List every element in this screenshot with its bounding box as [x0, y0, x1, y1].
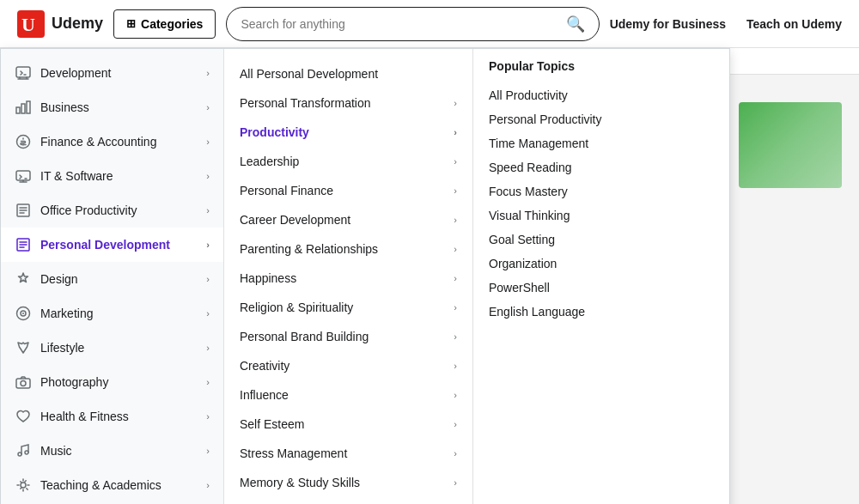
menu-left-inner: IT & Software [15, 167, 113, 185]
menu-icon-finance [15, 133, 32, 150]
menu-left-inner: Business [15, 99, 89, 116]
svg-rect-9 [17, 239, 29, 241]
chevron-icon: › [206, 102, 210, 112]
svg-rect-5 [27, 101, 30, 113]
menu-left-item-business[interactable]: Business › [1, 90, 223, 124]
menu-mid-item-personal-transform[interactable]: Personal Transformation › [224, 88, 472, 118]
menu-icon-development [15, 64, 32, 82]
search-button[interactable]: 🔍 [566, 15, 585, 33]
chevron-icon: › [206, 240, 210, 241]
logo-text: Udemy [52, 15, 103, 33]
menu-icon-office [15, 202, 32, 219]
udemy-business-link[interactable]: Udemy for Business [610, 17, 726, 31]
popular-item[interactable]: Personal Productivity [489, 107, 647, 131]
menu-left-label-it: IT & Software [40, 169, 113, 183]
logo: U Udemy [17, 10, 103, 38]
svg-rect-3 [16, 107, 20, 113]
menu-mid-item-parenting[interactable]: Parenting & Relationships › [224, 234, 472, 241]
chevron-icon: › [206, 137, 210, 147]
menu-mid-label-all-personal: All Personal Development [240, 67, 378, 81]
menu-mid-item-all-personal[interactable]: All Personal Development [224, 59, 472, 88]
menu-left-label-finance: Finance & Accounting [40, 135, 156, 149]
mid-chevron-icon: › [454, 185, 457, 196]
svg-text:U: U [21, 14, 35, 35]
svg-rect-4 [21, 104, 25, 113]
search-bar: 🔍 [226, 7, 599, 41]
menu-left-inner: Development [15, 64, 112, 82]
banner-image [739, 102, 842, 188]
menu-icon-personal-dev [15, 236, 32, 241]
menu-mid-item-productivity[interactable]: Productivity › [224, 118, 472, 147]
header-links: Udemy for Business Teach on Udemy [610, 17, 842, 31]
menu-col-left: Development › Business › Finance & Accou… [1, 49, 224, 241]
mid-chevron-icon: › [454, 215, 457, 225]
svg-rect-7 [16, 171, 30, 180]
menu-mid-label-leadership: Leadership [240, 155, 299, 168]
menu-left-inner: Personal Development [15, 236, 170, 241]
popular-item[interactable]: Visual Thinking [489, 203, 647, 228]
search-input[interactable] [241, 17, 565, 31]
menu-mid-label-career-dev: Career Development [240, 213, 350, 227]
popular-item[interactable]: Goal Setting [489, 228, 647, 241]
menu-left-item-it[interactable]: IT & Software › [1, 159, 223, 193]
menu-left-label-development: Development [40, 66, 112, 80]
grid-icon: ⊞ [126, 17, 136, 30]
chevron-icon: › [206, 68, 210, 78]
popular-item[interactable]: Focus Mastery [489, 179, 647, 203]
categories-label: Categories [141, 17, 203, 31]
menu-col-mid: All Personal Development Personal Transf… [224, 49, 473, 241]
menu-left-inner: Finance & Accounting [15, 133, 156, 150]
menu-left-item-development[interactable]: Development › [1, 56, 223, 90]
menu-mid-label-personal-transform: Personal Transformation [240, 96, 371, 110]
mega-menu: Development › Business › Finance & Accou… [0, 48, 730, 241]
popular-topics-title: Popular Topics [489, 59, 647, 73]
menu-mid-item-career-dev[interactable]: Career Development › [224, 205, 472, 234]
menu-mid-label-productivity: Productivity [240, 125, 309, 139]
menu-col-right: Popular Topics All ProductivityPersonal … [473, 49, 662, 241]
chevron-icon: › [206, 171, 210, 181]
mid-chevron-icon: › [454, 98, 457, 108]
menu-mid-label-personal-finance: Personal Finance [240, 184, 333, 197]
teach-on-udemy-link[interactable]: Teach on Udemy [746, 17, 842, 31]
menu-left-inner: Office Productivity [15, 202, 137, 219]
popular-item[interactable]: Time Management [489, 131, 647, 155]
svg-rect-2 [16, 67, 30, 77]
menu-left-item-office[interactable]: Office Productivity › [1, 193, 223, 228]
popular-item[interactable]: Speed Reading [489, 155, 647, 179]
menu-icon-it [15, 167, 32, 185]
menu-left-label-business: Business [40, 100, 89, 114]
mid-chevron-icon: › [454, 156, 457, 167]
menu-left-label-personal-dev: Personal Development [40, 238, 170, 241]
udemy-logo-icon: U [17, 10, 45, 38]
menu-left-item-finance[interactable]: Finance & Accounting › [1, 124, 223, 159]
menu-left-item-personal-dev[interactable]: Personal Development › [1, 228, 223, 241]
menu-left-label-office: Office Productivity [40, 203, 137, 217]
mid-chevron-icon: › [454, 127, 457, 137]
header: U Udemy ⊞ Categories 🔍 Udemy for Busines… [0, 0, 859, 48]
menu-icon-business [15, 99, 32, 116]
categories-button[interactable]: ⊞ Categories [113, 9, 216, 39]
menu-mid-item-personal-finance[interactable]: Personal Finance › [224, 176, 472, 205]
chevron-icon: › [206, 205, 210, 216]
popular-item[interactable]: All Productivity [489, 83, 647, 107]
menu-mid-item-leadership[interactable]: Leadership › [224, 147, 472, 176]
